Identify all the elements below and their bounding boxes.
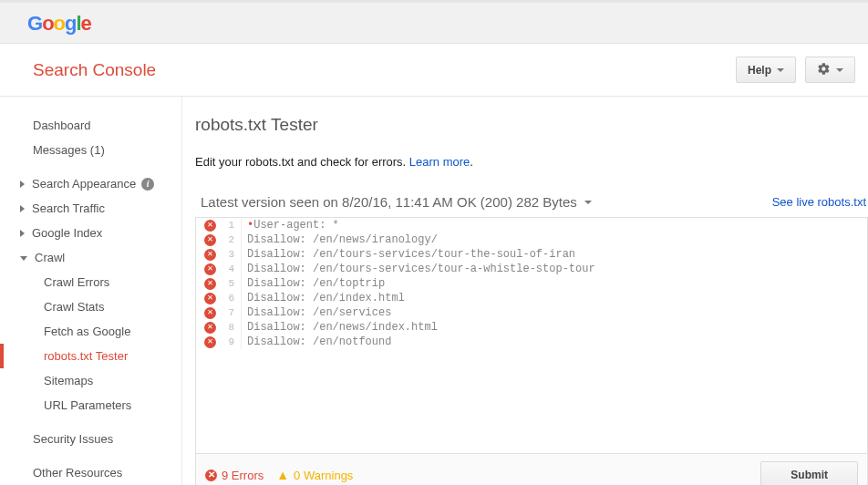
line-number: 2 xyxy=(218,232,242,247)
warnings-label: 0 Warnings xyxy=(294,469,353,482)
warnings-count: ▲ 0 Warnings xyxy=(276,468,353,482)
sidebar-label: Other Resources xyxy=(33,466,122,480)
main-content: robots.txt Tester Edit your robots.txt a… xyxy=(182,97,868,485)
sidebar-label: Crawl Stats xyxy=(44,300,104,314)
sidebar-label: Dashboard xyxy=(33,119,91,132)
header-bar: Search Console Help xyxy=(0,44,868,97)
line-number: 1 xyxy=(218,218,242,232)
code-line[interactable]: ✕2Disallow: /en/news/iranology/ xyxy=(196,232,867,247)
version-label: Latest version seen on 8/20/16, 11:41 AM… xyxy=(201,194,577,210)
learn-more-link[interactable]: Learn more xyxy=(409,155,470,169)
sidebar-label: URL Parameters xyxy=(44,398,131,412)
errors-label: 9 Errors xyxy=(222,469,264,482)
sidebar-item-search-appearance[interactable]: Search Appearance i xyxy=(0,171,181,196)
sidebar-item-search-traffic[interactable]: Search Traffic xyxy=(0,196,181,221)
line-number: 8 xyxy=(218,320,242,335)
submit-button[interactable]: Submit xyxy=(760,461,858,485)
sidebar-label: Google Index xyxy=(32,226,102,240)
sidebar-label: Crawl xyxy=(35,251,65,264)
line-number: 5 xyxy=(218,276,242,291)
sidebar-item-robots-tester[interactable]: robots.txt Tester xyxy=(0,344,181,368)
help-label: Help xyxy=(748,64,771,77)
error-gutter: ✕ xyxy=(196,307,218,319)
see-live-robots-link[interactable]: See live robots.txt xyxy=(772,195,866,209)
error-gutter: ✕ xyxy=(196,336,218,348)
code-line[interactable]: ✕5Disallow: /en/toptrip xyxy=(196,276,867,291)
sidebar-label: Messages (1) xyxy=(33,143,105,157)
triangle-right-icon xyxy=(20,181,25,188)
desc-text: Edit your robots.txt and check for error… xyxy=(195,155,409,169)
error-icon: ✕ xyxy=(204,278,216,290)
code-line[interactable]: ✕4Disallow: /en/tours-services/tour-a-wh… xyxy=(196,262,867,276)
triangle-right-icon xyxy=(20,205,25,212)
error-icon: ✕ xyxy=(204,307,216,319)
sidebar-item-dashboard[interactable]: Dashboard xyxy=(0,113,181,138)
error-icon: ✕ xyxy=(204,322,216,334)
error-icon: ✕ xyxy=(204,234,216,246)
robots-editor[interactable]: ✕1•User-agent: *✕2Disallow: /en/news/ira… xyxy=(195,217,868,454)
error-icon: ✕ xyxy=(205,470,217,481)
error-gutter: ✕ xyxy=(196,322,218,334)
sidebar-item-crawl-errors[interactable]: Crawl Errors xyxy=(0,270,181,294)
google-logo: Google xyxy=(27,12,91,35)
code-line[interactable]: ✕1•User-agent: * xyxy=(196,218,867,232)
sidebar-item-other-resources[interactable]: Other Resources xyxy=(0,460,181,485)
sidebar: Dashboard Messages (1) Search Appearance… xyxy=(0,97,182,485)
line-number: 4 xyxy=(218,262,242,276)
info-icon: i xyxy=(141,178,154,191)
app-title: Search Console xyxy=(33,60,156,80)
sidebar-label: Fetch as Google xyxy=(44,325,130,338)
code-line[interactable]: ✕6Disallow: /en/index.html xyxy=(196,291,867,305)
error-gutter: ✕ xyxy=(196,263,218,275)
sidebar-label: Crawl Errors xyxy=(44,275,109,289)
code-text: •User-agent: * xyxy=(247,218,339,232)
sidebar-item-messages[interactable]: Messages (1) xyxy=(0,138,181,162)
error-icon: ✕ xyxy=(204,220,216,232)
code-text: Disallow: /en/notfound xyxy=(247,335,391,349)
code-line[interactable]: ✕3Disallow: /en/tours-services/tour-the-… xyxy=(196,247,867,262)
settings-button[interactable] xyxy=(805,57,855,83)
page-title: robots.txt Tester xyxy=(195,115,868,135)
sidebar-item-crawl-stats[interactable]: Crawl Stats xyxy=(0,294,181,319)
sidebar-item-security-issues[interactable]: Security Issues xyxy=(0,427,181,451)
error-gutter: ✕ xyxy=(196,220,218,232)
sidebar-label: robots.txt Tester xyxy=(44,349,128,363)
line-number: 9 xyxy=(218,335,242,349)
errors-count: ✕ 9 Errors xyxy=(205,469,264,482)
chevron-down-icon xyxy=(836,68,843,72)
google-logo-bar: Google xyxy=(0,3,868,44)
help-button[interactable]: Help xyxy=(736,57,796,83)
sidebar-label: Search Appearance xyxy=(32,177,136,191)
error-icon: ✕ xyxy=(204,293,216,304)
desc-suffix: . xyxy=(470,155,473,169)
error-gutter: ✕ xyxy=(196,249,218,261)
gear-icon xyxy=(817,62,831,78)
sidebar-item-crawl[interactable]: Crawl xyxy=(0,245,181,270)
code-text: Disallow: /en/tours-services/tour-the-so… xyxy=(247,247,575,262)
sidebar-item-url-parameters[interactable]: URL Parameters xyxy=(0,393,181,418)
status-bar: ✕ 9 Errors ▲ 0 Warnings Submit xyxy=(195,454,868,485)
chevron-down-icon xyxy=(584,201,592,204)
code-text: Disallow: /en/index.html xyxy=(247,291,405,305)
page-description: Edit your robots.txt and check for error… xyxy=(195,155,868,169)
code-line[interactable]: ✕7Disallow: /en/services xyxy=(196,305,867,320)
error-gutter: ✕ xyxy=(196,293,218,304)
line-number: 6 xyxy=(218,291,242,305)
sidebar-label: Search Traffic xyxy=(32,201,105,215)
sidebar-label: Sitemaps xyxy=(44,374,93,387)
warning-icon: ▲ xyxy=(276,468,289,482)
sidebar-item-google-index[interactable]: Google Index xyxy=(0,221,181,245)
line-number: 7 xyxy=(218,305,242,320)
code-line[interactable]: ✕8Disallow: /en/news/index.html xyxy=(196,320,867,335)
code-text: Disallow: /en/tours-services/tour-a-whis… xyxy=(247,262,595,276)
chevron-down-icon xyxy=(777,68,784,72)
triangle-right-icon xyxy=(20,230,25,237)
version-dropdown[interactable]: Latest version seen on 8/20/16, 11:41 AM… xyxy=(195,191,597,213)
code-line[interactable]: ✕9Disallow: /en/notfound xyxy=(196,335,867,349)
error-gutter: ✕ xyxy=(196,278,218,290)
error-gutter: ✕ xyxy=(196,234,218,246)
sidebar-item-sitemaps[interactable]: Sitemaps xyxy=(0,368,181,393)
sidebar-item-fetch-as-google[interactable]: Fetch as Google xyxy=(0,319,181,344)
line-number: 3 xyxy=(218,247,242,262)
error-icon: ✕ xyxy=(204,263,216,275)
